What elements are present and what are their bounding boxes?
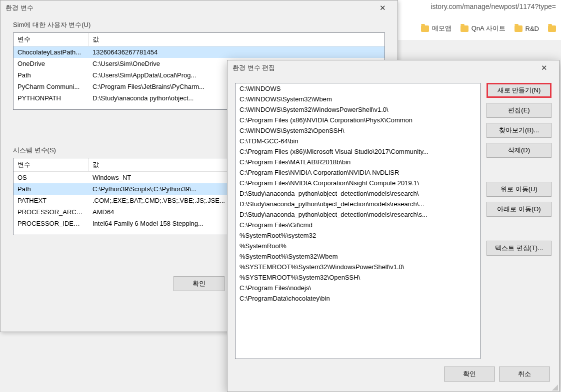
side-buttons: 새로 만들기(N) 편집(E) 찾아보기(B)... 삭제(D) 위로 이동(U… [486, 83, 552, 359]
bookmark-more[interactable] [548, 24, 556, 33]
path-item[interactable]: C:\Program Files (x86)\NVIDIA Corporatio… [236, 115, 480, 125]
col-var[interactable]: 변수 [14, 158, 88, 171]
cell-var: Path [14, 184, 88, 194]
edit-titlebar: 환경 변수 편집 ✕ [228, 60, 559, 75]
col-var[interactable]: 변수 [14, 33, 88, 46]
spacer [486, 163, 552, 177]
cell-var: PYTHONPATH [14, 93, 88, 103]
folder-icon [460, 25, 468, 32]
cell-var: PROCESSOR_ARCH... [14, 207, 88, 217]
folder-icon [514, 25, 522, 32]
path-item[interactable]: %SystemRoot%\System32\Wbem [236, 251, 480, 262]
browser-url: istory.com/manage/newpost/1174?type= [430, 2, 556, 10]
path-item[interactable]: C:\WINDOWS\System32\Wbem [236, 94, 480, 104]
edit-ok-button[interactable]: 확인 [444, 367, 495, 382]
folder-icon [548, 25, 556, 32]
resize-grip[interactable] [551, 384, 558, 391]
edit-env-dialog: 환경 변수 편집 ✕ C:\WINDOWSC:\WINDOWS\System32… [227, 60, 560, 392]
cell-var: PATHEXT [14, 196, 88, 205]
cell-var: Path [14, 70, 88, 80]
browser-bg: istory.com/manage/newpost/1174?type= 메모앱… [396, 0, 561, 40]
browse-button[interactable]: 찾아보기(B)... [486, 123, 552, 138]
user-vars-label: Sim에 대한 사용자 변수(U) [13, 20, 385, 29]
close-button[interactable]: ✕ [534, 60, 554, 75]
bookmark-memo[interactable]: 메모앱 [421, 24, 452, 33]
bookmark-rnd[interactable]: R&D [514, 24, 539, 33]
path-item[interactable]: C:\WINDOWS [236, 83, 480, 94]
cell-var: ChocolateyLastPath... [14, 47, 88, 57]
close-button[interactable]: ✕ [372, 0, 392, 15]
path-item[interactable]: C:\TDM-GCC-64\bin [236, 136, 480, 146]
path-item[interactable]: C:\Program Files\nodejs\ [236, 283, 480, 293]
edit-bottom-buttons: 확인 취소 [228, 367, 559, 391]
bookmark-qna[interactable]: QnA 사이트 [460, 24, 506, 33]
cell-val: 132606436267781454 [88, 47, 384, 57]
env-ok-button[interactable]: 확인 [174, 276, 224, 291]
path-list[interactable]: C:\WINDOWSC:\WINDOWS\System32\WbemC:\WIN… [235, 83, 480, 359]
path-item[interactable]: D:\Study\anaconda_python\object_detectio… [236, 209, 480, 220]
new-path-button[interactable]: 새로 만들기(N) [486, 83, 552, 98]
path-item[interactable]: D:\Study\anaconda_python\object_detectio… [236, 199, 480, 209]
env-titlebar: 환경 변수 ✕ [0, 0, 398, 15]
edit-path-button[interactable]: 편집(E) [486, 103, 552, 118]
path-item[interactable]: %SystemRoot%\system32 [236, 230, 480, 241]
path-item[interactable]: C:\Program Files (x86)\Microsoft Visual … [236, 146, 480, 157]
user-vars-header: 변수 값 [14, 33, 384, 46]
table-row[interactable]: ChocolateyLastPath...132606436267781454 [14, 46, 384, 58]
bookmarks-bar: 메모앱 QnA 사이트 R&D [416, 24, 561, 33]
path-item[interactable]: C:\Program Files\NVIDIA Corporation\NVID… [236, 167, 480, 178]
cell-var: PyCharm Communi... [14, 82, 88, 91]
path-item[interactable]: %SYSTEMROOT%\System32\OpenSSH\ [236, 272, 480, 283]
col-val[interactable]: 값 [88, 33, 384, 46]
edit-title: 환경 변수 편집 [232, 63, 275, 72]
path-item[interactable]: C:\WINDOWS\System32\WindowsPowerShell\v1… [236, 104, 480, 115]
path-item[interactable]: C:\Program Files\MATLAB\R2018b\bin [236, 157, 480, 167]
folder-icon [421, 25, 429, 32]
cell-var: PROCESSOR_IDENT... [14, 219, 88, 228]
movedown-button[interactable]: 아래로 이동(O) [486, 202, 552, 217]
path-item[interactable]: C:\Program Files\Git\cmd [236, 220, 480, 230]
path-item[interactable]: C:\WINDOWS\System32\OpenSSH\ [236, 125, 480, 136]
textedit-button[interactable]: 텍스트 편집(T)... [486, 241, 552, 256]
spacer [486, 222, 552, 236]
edit-content: C:\WINDOWSC:\WINDOWS\System32\WbemC:\WIN… [228, 75, 559, 367]
env-title: 환경 변수 [6, 3, 34, 12]
path-item[interactable]: %SYSTEMROOT%\System32\WindowsPowerShell\… [236, 262, 480, 272]
moveup-button[interactable]: 위로 이동(U) [486, 182, 552, 197]
delete-button[interactable]: 삭제(D) [486, 143, 552, 158]
path-item[interactable]: %SystemRoot% [236, 241, 480, 251]
edit-cancel-button[interactable]: 취소 [499, 367, 550, 382]
path-item[interactable]: C:\Program Files\NVIDIA Corporation\Nsig… [236, 178, 480, 188]
cell-var: OneDrive [14, 59, 88, 68]
path-item[interactable]: D:\Study\anaconda_python\object_detectio… [236, 188, 480, 199]
path-item[interactable]: C:\ProgramData\chocolatey\bin [236, 293, 480, 304]
cell-var: OS [14, 173, 88, 182]
